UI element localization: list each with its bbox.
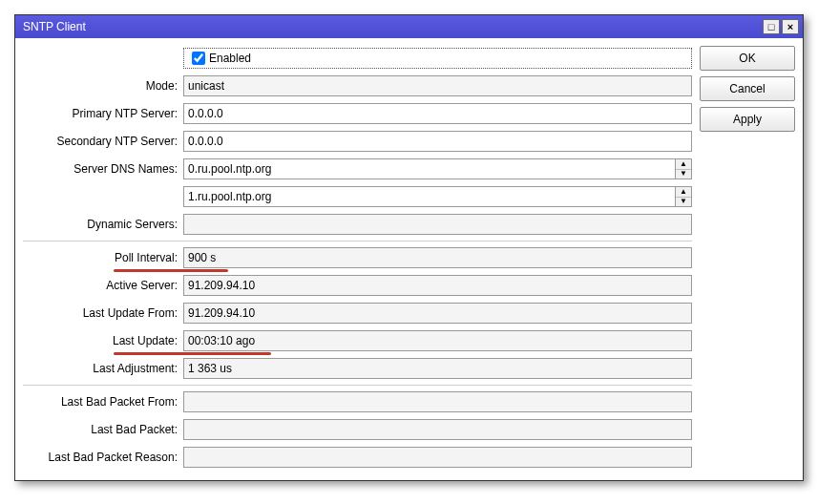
section-general: Enabled Mode: unicast Primary NTP Server… bbox=[23, 46, 692, 237]
chevron-up-icon[interactable]: ▲ bbox=[676, 187, 691, 198]
primary-ntp-input[interactable] bbox=[183, 103, 692, 124]
last-bad-packet-label: Last Bad Packet: bbox=[23, 423, 183, 436]
last-bad-packet-from-label: Last Bad Packet From: bbox=[23, 395, 183, 409]
mode-label: Mode: bbox=[23, 79, 183, 93]
main-panel: Enabled Mode: unicast Primary NTP Server… bbox=[23, 46, 692, 472]
enabled-checkbox[interactable] bbox=[192, 52, 205, 65]
last-update-from-label: Last Update From: bbox=[23, 306, 183, 320]
last-bad-packet-from-value bbox=[183, 391, 692, 412]
server-dns-label: Server DNS Names: bbox=[23, 162, 183, 176]
poll-interval-label: Poll Interval: bbox=[23, 251, 183, 264]
server-dns-1-spinner[interactable]: ▲ ▼ bbox=[183, 158, 692, 179]
enabled-frame: Enabled bbox=[183, 48, 692, 69]
last-update-label: Last Update: bbox=[23, 334, 183, 347]
active-server-label: Active Server: bbox=[23, 279, 183, 292]
dynamic-servers-value bbox=[183, 214, 692, 235]
titlebar[interactable]: SNTP Client □ × bbox=[15, 15, 803, 38]
enabled-label: Enabled bbox=[209, 52, 251, 65]
section-bad-packet: Last Bad Packet From: Last Bad Packet: L… bbox=[23, 385, 692, 470]
last-adjustment-label: Last Adjustment: bbox=[23, 362, 183, 375]
active-server-value: 91.209.94.10 bbox=[183, 275, 692, 296]
window-title: SNTP Client bbox=[23, 20, 761, 33]
chevron-down-icon[interactable]: ▼ bbox=[676, 170, 691, 179]
section-status: Poll Interval: 900 s Active Server: 91.2… bbox=[23, 241, 692, 381]
secondary-ntp-input[interactable] bbox=[183, 131, 692, 152]
sntp-client-window: SNTP Client □ × Enabled Mode: bbox=[14, 14, 804, 481]
apply-button[interactable]: Apply bbox=[700, 107, 795, 132]
close-button[interactable]: × bbox=[782, 19, 799, 34]
mode-value: unicast bbox=[183, 75, 692, 96]
maximize-button[interactable]: □ bbox=[763, 19, 780, 34]
last-bad-packet-reason-value bbox=[183, 447, 692, 468]
last-bad-packet-value bbox=[183, 419, 692, 440]
primary-ntp-label: Primary NTP Server: bbox=[23, 107, 183, 120]
last-update-value: 00:03:10 ago bbox=[183, 330, 692, 351]
last-update-from-value: 91.209.94.10 bbox=[183, 303, 692, 324]
server-dns-1-input[interactable] bbox=[183, 158, 675, 179]
server-dns-2-spinner[interactable]: ▲ ▼ bbox=[183, 186, 692, 207]
dynamic-servers-label: Dynamic Servers: bbox=[23, 218, 183, 231]
chevron-up-icon[interactable]: ▲ bbox=[676, 159, 691, 170]
secondary-ntp-label: Secondary NTP Server: bbox=[23, 135, 183, 148]
side-panel: OK Cancel Apply bbox=[700, 46, 795, 472]
server-dns-2-input[interactable] bbox=[183, 186, 675, 207]
highlight-underline bbox=[114, 352, 271, 355]
cancel-button[interactable]: Cancel bbox=[700, 76, 795, 101]
last-adjustment-value: 1 363 us bbox=[183, 358, 692, 379]
last-bad-packet-reason-label: Last Bad Packet Reason: bbox=[23, 451, 183, 464]
ok-button[interactable]: OK bbox=[700, 46, 795, 71]
poll-interval-value: 900 s bbox=[183, 247, 692, 268]
highlight-underline bbox=[114, 269, 228, 272]
chevron-down-icon[interactable]: ▼ bbox=[676, 198, 691, 207]
